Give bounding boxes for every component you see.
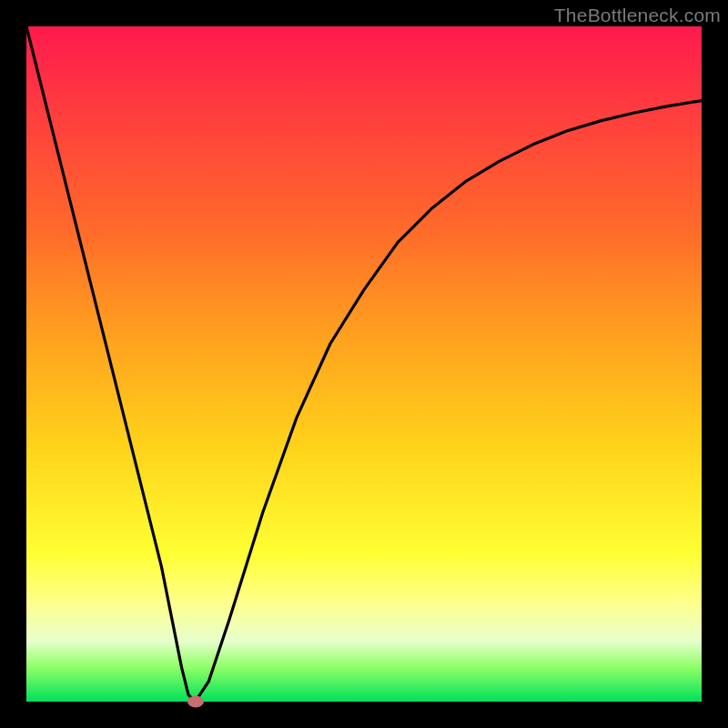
chart-frame: TheBottleneck.com <box>0 0 728 728</box>
watermark-text: TheBottleneck.com <box>554 5 721 26</box>
bottleneck-curve <box>26 26 702 702</box>
plot-area <box>26 26 702 702</box>
optimal-point-marker <box>187 696 204 708</box>
